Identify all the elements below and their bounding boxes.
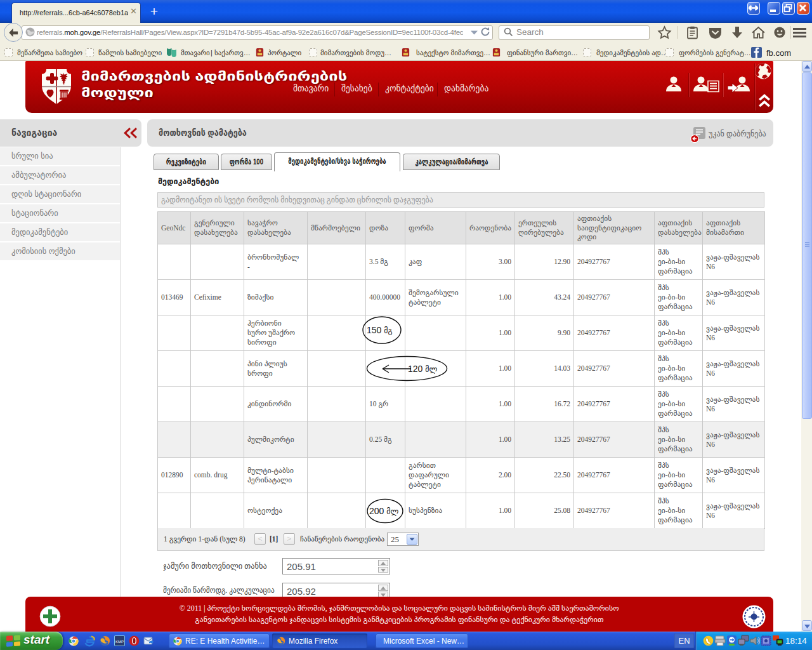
svg-text:KMP: KMP <box>115 640 124 644</box>
